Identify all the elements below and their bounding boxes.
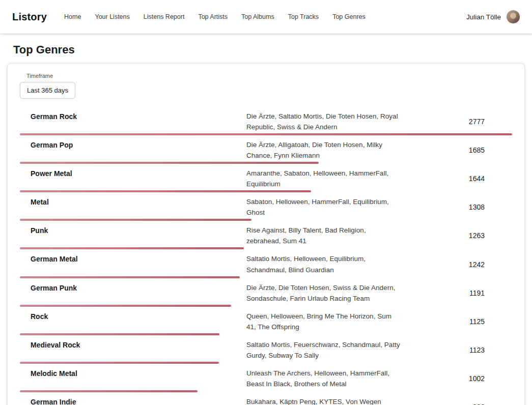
genre-name: Melodic Metal: [20, 368, 246, 389]
user-name: Julian Tölle: [466, 13, 501, 21]
genre-artists: Rise Against, Billy Talent, Bad Religion…: [246, 225, 402, 246]
nav-item-top-genres[interactable]: Top Genres: [332, 13, 366, 20]
genre-name: Medieval Rock: [20, 339, 246, 361]
genre-artists: Die Ärzte, Die Toten Hosen, Swiss & Die …: [246, 282, 402, 304]
nav-item-top-tracks[interactable]: Top Tracks: [288, 13, 319, 20]
genre-artists: Amaranthe, Sabaton, Helloween, HammerFal…: [246, 168, 402, 189]
user-avatar[interactable]: [507, 10, 520, 23]
genre-row: Medieval Rock Saltatio Mortis, Feuerschw…: [20, 335, 512, 364]
genre-name: German Metal: [20, 253, 246, 275]
genre-row: German Punk Die Ärzte, Die Toten Hosen, …: [20, 278, 512, 307]
timeframe-select[interactable]: Last 365 days: [20, 82, 75, 99]
genre-name: Metal: [20, 196, 246, 218]
genre-count: 1263: [469, 232, 512, 240]
timeframe-label: Timeframe: [26, 73, 512, 79]
genre-row: Melodic Metal Unleash The Archers, Hello…: [20, 364, 512, 392]
genre-name: German Pop: [20, 139, 246, 161]
main-nav: Home Your Listens Listens Report Top Art…: [64, 13, 466, 20]
genre-count: 1685: [469, 146, 512, 154]
nav-item-your-listens[interactable]: Your Listens: [95, 13, 129, 20]
genre-count: 1191: [469, 289, 512, 297]
genre-artists: Die Ärzte, Alligatoah, Die Toten Hosen, …: [246, 139, 402, 161]
genre-name: German Indie: [20, 396, 246, 405]
genre-artists: Sabaton, Helloween, HammerFall, Equilibr…: [246, 196, 402, 218]
genre-name: Punk: [20, 225, 246, 246]
genre-list: German Rock Die Ärzte, Saltatio Mortis, …: [20, 107, 512, 405]
genre-row: German Indie Bukahara, Käptn Peng, KYTES…: [20, 392, 512, 405]
genre-row: Metal Sabaton, Helloween, HammerFall, Eq…: [20, 192, 512, 221]
genre-row: Rock Queen, Helloween, Bring Me The Hori…: [20, 307, 512, 335]
genre-row: German Metal Saltatio Mortis, Helloween,…: [20, 249, 512, 278]
genre-count: 1125: [469, 317, 512, 326]
genre-count: 1242: [469, 261, 512, 269]
genre-count: 1644: [469, 175, 512, 183]
page-title: Top Genres: [13, 43, 519, 56]
genre-count: 1002: [469, 374, 512, 383]
genre-count: 926: [473, 403, 512, 405]
genre-row: German Pop Die Ärzte, Alligatoah, Die To…: [20, 135, 512, 164]
genre-count: 2777: [469, 118, 512, 126]
top-genres-card: Timeframe Last 365 days German Rock Die …: [7, 63, 525, 405]
genre-count: 1123: [469, 346, 512, 354]
genre-name: Rock: [20, 311, 246, 332]
genre-artists: Bukahara, Käptn Peng, KYTES, Von Wegen L…: [246, 396, 402, 405]
genre-row: German Rock Die Ärzte, Saltatio Mortis, …: [20, 107, 512, 135]
app-logo[interactable]: Listory: [12, 11, 47, 23]
genre-artists: Saltatio Mortis, Feuerschwanz, Schandmau…: [246, 339, 402, 361]
genre-name: German Rock: [20, 111, 246, 132]
genre-row: Punk Rise Against, Billy Talent, Bad Rel…: [20, 221, 512, 249]
genre-row: Power Metal Amaranthe, Sabaton, Hellowee…: [20, 164, 512, 192]
genre-name: German Punk: [20, 282, 246, 304]
nav-item-top-albums[interactable]: Top Albums: [241, 13, 274, 20]
genre-artists: Unleash The Archers, Helloween, HammerFa…: [246, 368, 402, 389]
nav-item-top-artists[interactable]: Top Artists: [198, 13, 228, 20]
genre-artists: Queen, Helloween, Bring Me The Horizon, …: [246, 311, 402, 332]
user-menu[interactable]: Julian Tölle: [466, 10, 520, 23]
genre-name: Power Metal: [20, 168, 246, 189]
nav-item-home[interactable]: Home: [64, 13, 81, 20]
nav-item-listens-report[interactable]: Listens Report: [144, 13, 185, 20]
genre-artists: Saltatio Mortis, Helloween, Equilibrium,…: [246, 253, 402, 275]
genre-artists: Die Ärzte, Saltatio Mortis, Die Toten Ho…: [246, 111, 402, 132]
top-navbar: Listory Home Your Listens Listens Report…: [0, 0, 532, 34]
genre-count: 1308: [469, 203, 512, 211]
